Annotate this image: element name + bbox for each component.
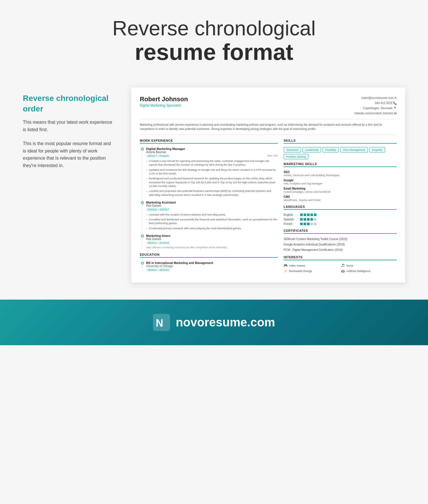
lang-french: French <box>284 222 397 225</box>
edu-dot-1 <box>141 262 144 265</box>
lang-english: English <box>284 213 397 216</box>
education-section-title: EDUCATION <box>140 253 278 258</box>
edu-item-1: MS in International Marketing and Manage… <box>145 261 278 272</box>
work-dot-1 <box>141 148 144 151</box>
resume-contact: robert@novoresume.com ✉ 044 412 2019 📞 C… <box>354 95 397 116</box>
resume-col-right: SKILLS Teamwork Leadership Flexibility T… <box>284 139 397 275</box>
left-sidebar: Reverse chronological order This means t… <box>23 88 114 176</box>
page-title-light: Reverse chronological <box>6 17 422 40</box>
skill-flexibility: Flexibility <box>322 147 339 153</box>
work-meta-3: 08/2014 – 01/2015 <box>146 241 278 245</box>
interests-section-title: INTERESTS <box>284 255 397 260</box>
certificates-section-title: CERTIFICATES <box>284 229 397 234</box>
work-date-2: 02/2015 – 05/2017 <box>146 208 170 211</box>
resume-job-title: Digital Marketing Specialist <box>140 103 188 107</box>
mskill-google: Google Ads, Analytics and Tag Manager <box>284 179 397 185</box>
contact-email: robert@novoresume.com ✉ <box>354 95 397 101</box>
edu-date-1: 08/2014 – 06/2016 <box>146 268 170 272</box>
skill-teamwork: Teamwork <box>284 147 301 153</box>
work-date-3: 08/2014 – 01/2015 <box>146 241 170 245</box>
header-section: Reverse chronological resume format <box>0 0 428 76</box>
sidebar-para2: This is the most popular resume format a… <box>23 140 114 169</box>
cert-1: SEMrush Content Marketing Toolkit Course… <box>284 237 397 241</box>
contact-location: Copenhagen, Denmark 📍 <box>354 106 397 111</box>
work-experience-section-title: WORK EXPERIENCE <box>140 139 278 144</box>
job-title-3: Marketing Intern <box>146 234 278 237</box>
renewable-energy-icon: ⚡ <box>284 269 288 273</box>
marketing-skills-section-title: MARKETING SKILLS <box>284 162 397 167</box>
video-games-icon: 🎮 <box>284 264 288 267</box>
bullet-1-3: Redesigned and conducted keyword researc… <box>146 176 278 188</box>
skills-tags: Teamwork Leadership Flexibility Time Man… <box>284 147 397 159</box>
work-item-2: Marketing Assistant Riot Games 02/2015 –… <box>145 201 278 230</box>
interest-ai: 🤖 Artificial Intelligence <box>341 269 397 273</box>
work-meta-1: 06/2017 – Present New York <box>146 154 278 158</box>
resume-col-left: WORK EXPERIENCE Digital Marketing Manage… <box>140 139 278 275</box>
company-3: Riot Games <box>146 237 278 241</box>
work-dot-3 <box>141 235 144 237</box>
work-meta-2: 02/2015 – 05/2017 <box>146 208 278 211</box>
music-icon: 🎵 <box>341 264 345 267</box>
bullet-1-1: Created a new format for reporting and p… <box>146 159 278 167</box>
mskill-email: Email Marketing ActiveCampaign, Litmus a… <box>284 187 397 193</box>
edu-degree-1: MS in International Marketing and Manage… <box>146 261 278 265</box>
company-1: Astoria Baumax <box>146 151 278 154</box>
mskill-cms: CMS WordPress, Joomla and Ghost <box>284 195 397 202</box>
bullet-1-2: Updated and monitored the Bid Strategy i… <box>146 168 278 176</box>
resume-columns: WORK EXPERIENCE Digital Marketing Manage… <box>140 139 397 275</box>
bullet-2-1: Assisted with the creation of press rele… <box>146 213 278 216</box>
work-item-1: Digital Marketing Manager Astoria Baumax… <box>145 147 278 197</box>
footer-section: N novoresume.com <box>0 300 428 345</box>
resume-header: Robert Johnson Digital Marketing Special… <box>140 95 397 119</box>
sidebar-heading: Reverse chronological order <box>23 93 114 114</box>
education-list: MS in International Marketing and Manage… <box>140 261 278 272</box>
bullet-1-4: Located and proposed new potential busin… <box>146 189 278 197</box>
skills-section-title: SKILLS <box>284 139 397 144</box>
languages-list: English Spanish <box>284 213 397 225</box>
contact-linkedin: linkedin.com/in/robert.Johnson in <box>354 111 397 116</box>
work-dot-2 <box>141 201 144 204</box>
work-bullets-1: Created a new format for reporting and p… <box>146 159 278 197</box>
main-content: Reverse chronological order This means t… <box>0 76 428 294</box>
work-item-3: Marketing Intern Riot Games 08/2014 – 01… <box>145 234 278 249</box>
interests-grid: 🎮 Video Games 🎵 Music ⚡ Renewable Energy… <box>284 264 397 273</box>
languages-section-title: LANGUAGES <box>284 205 397 210</box>
work-experience-list: Digital Marketing Manager Astoria Baumax… <box>140 147 278 249</box>
interest-music: 🎵 Music <box>341 264 397 267</box>
skill-empathy: Empathy <box>369 147 385 153</box>
mskill-seo: SEO Ahrefs, Semrush and Link-building Te… <box>284 170 397 177</box>
skill-leadership: Leadership <box>302 147 321 153</box>
resume-card: Robert Johnson Digital Marketing Special… <box>131 88 405 283</box>
lang-spanish: Spanish <box>284 218 397 221</box>
job-title-2: Marketing Assistant <box>146 201 278 204</box>
cert-2: Google Analytics Individual Qualificatio… <box>284 243 397 247</box>
marketing-skills-list: SEO Ahrefs, Semrush and Link-building Te… <box>284 170 397 202</box>
bullet-2-3: Conducted primary research with users pl… <box>146 226 278 230</box>
edu-school-1: University of Chicago <box>146 265 278 268</box>
resume-summary: Marketing professional with proven exper… <box>140 123 397 135</box>
contact-phone: 044 412 2019 📞 <box>354 101 397 106</box>
work-location-1: New York <box>267 154 278 158</box>
novoresume-logo-icon: N <box>153 314 170 331</box>
resume-name: Robert Johnson <box>140 95 188 103</box>
interest-video-games: 🎮 Video Games <box>284 264 339 267</box>
svg-text:N: N <box>156 317 163 329</box>
sidebar-para1: This means that your latest work experie… <box>23 119 114 133</box>
work-italic-3: Was offered a marketing assistant job af… <box>146 246 278 249</box>
certificates-list: SEMrush Content Marketing Toolkit Course… <box>284 237 397 252</box>
footer-brand: novoresume.com <box>176 316 275 329</box>
bullet-2-2: Compiled and distributed successfully th… <box>146 218 278 225</box>
work-bullets-2: Assisted with the creation of press rele… <box>146 213 278 230</box>
ai-icon: 🤖 <box>341 269 345 273</box>
company-2: Riot Games <box>146 204 278 207</box>
interest-renewable-energy: ⚡ Renewable Energy <box>284 269 339 273</box>
work-date-1: 06/2017 – Present <box>146 154 170 158</box>
skill-problem-solving: Problem Solving <box>284 154 308 159</box>
cert-3: PCM - Digital Management Certification (… <box>284 248 397 252</box>
page-title-bold: resume format <box>6 40 422 65</box>
job-title-1: Digital Marketing Manager <box>146 147 278 151</box>
skill-time-management: Time Management <box>340 147 368 153</box>
